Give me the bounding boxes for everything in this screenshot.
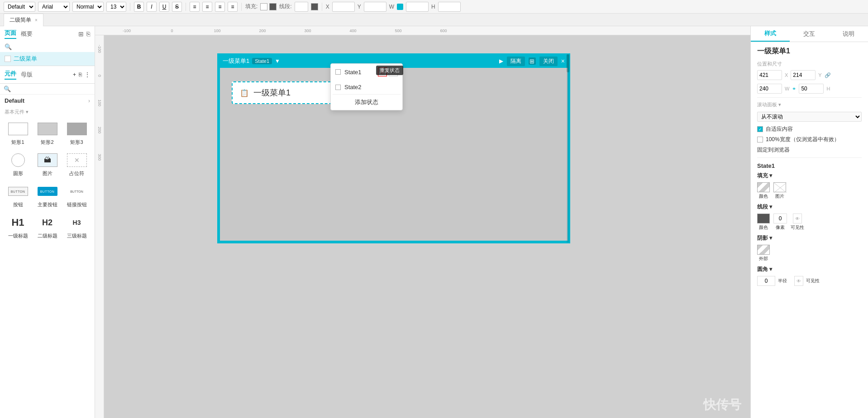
tab-notes[interactable]: 说明 <box>829 26 868 42</box>
canvas-content[interactable]: 一级菜单1 State1 ▼ ▶ 隔离 ⊞ 关闭 × <box>104 35 750 418</box>
corner-vis-icon[interactable]: 👁 <box>794 276 803 286</box>
right-content: 一级菜单1 位置和尺寸 X Y 🔗 W ⚭ H 滚动面板 ▾ <box>751 42 868 418</box>
state1-checkbox[interactable] <box>335 69 341 75</box>
circle-label: 圆形 <box>13 170 23 177</box>
ruler-left-100: 100 <box>95 90 104 117</box>
add-state-btn[interactable]: 添加状态 <box>331 95 402 110</box>
frame-state-badge[interactable]: State1 <box>252 58 272 64</box>
y-input[interactable] <box>364 2 386 12</box>
italic-button[interactable]: I <box>147 2 157 12</box>
page-add-icon[interactable]: ⊞ <box>78 30 84 38</box>
align-left-button[interactable]: ≡ <box>190 2 200 12</box>
w-input[interactable] <box>406 2 429 12</box>
tab-interaction[interactable]: 交互 <box>790 26 829 42</box>
tab-erjian[interactable]: 二级简单 × <box>4 14 43 26</box>
element-h1[interactable]: H1 一级标题 <box>5 213 31 241</box>
comp-search-input[interactable] <box>13 86 91 92</box>
border-vis-icon[interactable]: 👁 <box>793 214 802 223</box>
adapt-content-checkbox[interactable]: ✓ <box>757 126 763 132</box>
rect1-preview <box>8 123 28 135</box>
align-center-button[interactable]: ≡ <box>202 2 212 12</box>
elements-tab[interactable]: 元件 <box>5 70 16 80</box>
w-val-input[interactable] <box>757 84 782 94</box>
element-h2[interactable]: H2 二级标题 <box>34 213 61 241</box>
x-input[interactable] <box>332 2 355 12</box>
state2-checkbox[interactable] <box>335 85 341 90</box>
strikethrough-button[interactable]: S <box>172 2 182 12</box>
h-input[interactable] <box>438 2 461 12</box>
pages-tab[interactable]: 页面 <box>5 29 16 39</box>
x-val-input[interactable] <box>757 70 782 80</box>
frame-close-icon[interactable]: × <box>561 57 565 65</box>
main-button-label: 主要按钮 <box>38 201 57 208</box>
state1-delete-btn[interactable]: ✕ <box>389 67 398 76</box>
element-image[interactable]: 🏔 图片 <box>34 150 61 179</box>
font-style-select[interactable]: Normal <box>72 2 104 12</box>
corner-input[interactable] <box>757 276 775 286</box>
element-rect1[interactable]: 矩形1 <box>5 119 31 147</box>
border-color-swatch[interactable] <box>311 3 318 10</box>
comp-add-icon[interactable]: + <box>73 71 76 78</box>
rect1-label: 矩形1 <box>11 139 24 146</box>
tab-close-icon[interactable]: × <box>35 18 38 23</box>
underline-button[interactable]: U <box>159 2 169 12</box>
frame-state-arrow[interactable]: ▼ <box>275 58 280 64</box>
h1-label: 一级标题 <box>8 233 28 239</box>
frame-title: 一级菜单1 <box>223 57 249 65</box>
eye-icon: 👁 <box>795 216 800 221</box>
basic-elements-grid: 矩形1 矩形2 矩形3 圆形 🏔 <box>0 116 95 244</box>
frame-close-btn[interactable]: 关闭 <box>539 57 558 66</box>
default-select[interactable]: Default <box>4 2 35 12</box>
fill-color-swatch2[interactable] <box>269 3 277 10</box>
element-h3[interactable]: H3 三级标题 <box>63 213 90 241</box>
frame-expand-icon[interactable]: ▶ <box>499 58 503 64</box>
fill-color-swatch[interactable] <box>260 3 267 10</box>
tab-style[interactable]: 样式 <box>751 26 790 42</box>
element-circle[interactable]: 圆形 <box>5 150 31 179</box>
pages-header: 页面 概要 ⊞ ⎘ <box>0 26 95 42</box>
font-size-select[interactable]: 13 <box>106 2 126 12</box>
y-val-input[interactable] <box>791 70 816 80</box>
frame-isolate-btn[interactable]: 隔离 <box>507 57 525 66</box>
border-px-input[interactable] <box>773 214 787 223</box>
masters-tab[interactable]: 母版 <box>21 71 33 79</box>
shadow-section-label: 阴影 ▾ <box>757 234 862 242</box>
align-right-button[interactable]: ≡ <box>215 2 225 12</box>
element-button[interactable]: BUTTON 按钮 <box>5 181 31 210</box>
comp-menu-icon[interactable]: ⋮ <box>85 71 90 78</box>
border-input[interactable] <box>295 2 308 12</box>
fill-image-swatch[interactable] <box>773 182 786 192</box>
element-rect3[interactable]: 矩形3 <box>63 119 90 147</box>
shadow-row: 外部 <box>757 245 862 262</box>
fill-swatch[interactable] <box>757 182 770 192</box>
font-family-select[interactable]: Arial <box>38 2 70 12</box>
border-color-swatch2[interactable] <box>757 214 770 223</box>
state1-copy-btn[interactable]: ⎘ <box>378 67 387 76</box>
bold-button[interactable]: B <box>134 2 144 12</box>
ruler-left-200: 200 <box>95 117 104 144</box>
state-item-state1[interactable]: State1 ⎘ ✕ 重复状态 <box>331 64 402 80</box>
outline-tab[interactable]: 概要 <box>21 30 33 38</box>
pages-search-icon: 🔍 <box>5 43 12 50</box>
percent-width-checkbox[interactable] <box>757 137 763 142</box>
page-item-erjian[interactable]: 二级菜单 <box>0 52 95 66</box>
border-vis-area: 👁 可见性 <box>791 214 804 231</box>
fill-image-label: 图片 <box>775 193 784 200</box>
frame-isolate-icon[interactable]: ⊞ <box>529 57 536 65</box>
scroll-select[interactable]: 从不滚动 <box>757 112 862 122</box>
align-justify-button[interactable]: ≡ <box>228 2 238 12</box>
element-link-button[interactable]: BUTTON 链接按钮 <box>63 181 90 210</box>
element-rect2[interactable]: 矩形2 <box>34 119 61 147</box>
page-copy-icon[interactable]: ⎘ <box>86 30 90 38</box>
ruler-mark-neg100: -100 <box>104 28 149 33</box>
state-item-state2[interactable]: State2 <box>331 80 402 94</box>
h-val-input[interactable] <box>799 84 824 94</box>
shadow-swatch[interactable] <box>757 245 770 255</box>
comp-copy-icon[interactable]: ⎘ <box>79 71 82 78</box>
element-placeholder[interactable]: ✕ 占位符 <box>63 150 90 179</box>
element-main-button[interactable]: BUTTON 主要按钮 <box>34 181 61 210</box>
xy-row: X Y 🔗 <box>757 70 862 80</box>
fill-color-box <box>260 3 277 10</box>
frame-scrollbar[interactable] <box>567 54 569 242</box>
placeholder-preview: ✕ <box>67 153 87 167</box>
